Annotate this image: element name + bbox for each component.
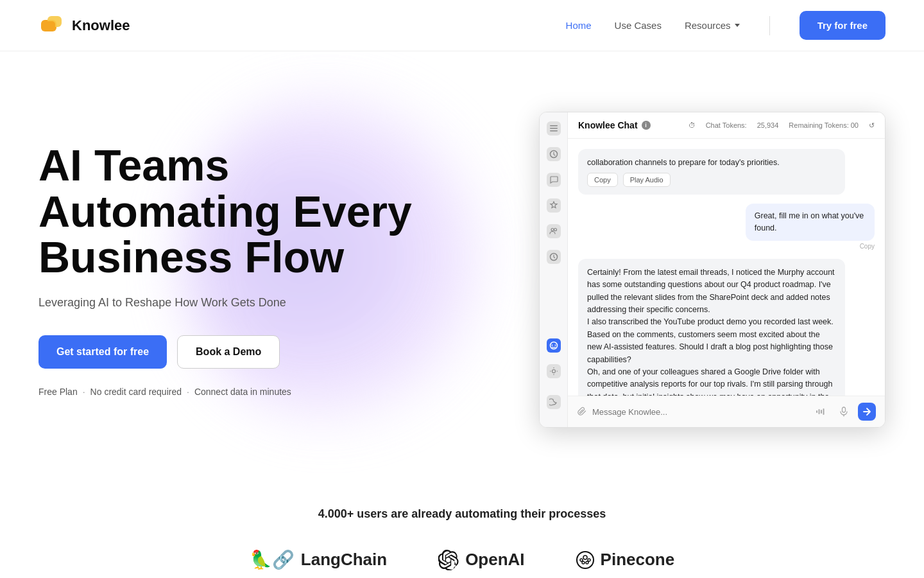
- try-free-button[interactable]: Try for free: [800, 11, 886, 40]
- svg-point-11: [551, 345, 552, 346]
- clock-icon: [549, 150, 558, 159]
- hero-tags: Free Plan · No credit card required · Co…: [38, 387, 462, 397]
- chat-input-icons: [812, 403, 876, 421]
- nav-use-cases[interactable]: Use Cases: [615, 20, 662, 31]
- menu-icon: [549, 124, 558, 133]
- svg-rect-5: [550, 130, 558, 132]
- pinecone-name: Pinecone: [601, 550, 675, 570]
- chat-main: Knowlee Chat i ⏱ Chat Tokens: 25,934 Rem…: [568, 112, 885, 427]
- chat-layout: Knowlee Chat i ⏱ Chat Tokens: 25,934 Rem…: [540, 112, 885, 427]
- sidebar-icon-sun[interactable]: [547, 364, 561, 378]
- langchain-logo: 🦜🔗 LangChain: [250, 549, 387, 570]
- chevron-down-icon: [735, 24, 740, 27]
- sidebar-icon-menu[interactable]: [547, 121, 561, 136]
- svg-rect-21: [823, 408, 825, 415]
- svg-point-25: [583, 556, 587, 559]
- book-demo-button[interactable]: Book a Demo: [177, 335, 280, 369]
- copy-button-1[interactable]: Copy: [587, 173, 618, 187]
- logos-row: 🦜🔗 LangChain OpenAI Pinecone: [38, 549, 886, 570]
- chat-sidebar: [540, 112, 568, 427]
- sun-icon: [549, 367, 558, 376]
- sidebar-icon-bot[interactable]: [547, 338, 561, 353]
- svg-point-8: [554, 229, 556, 231]
- chat-input[interactable]: [592, 407, 807, 417]
- bot-message-2: Certainly! From the latest email threads…: [578, 259, 845, 396]
- bot-msg-1-actions: Copy Play Audio: [587, 173, 836, 187]
- svg-rect-20: [821, 410, 822, 414]
- send-icon: [862, 407, 871, 416]
- svg-rect-18: [816, 410, 817, 413]
- chat-title: Knowlee Chat: [578, 120, 638, 130]
- svg-point-13: [552, 370, 555, 373]
- social-proof-title: 4.000+ users are already automating thei…: [38, 507, 886, 521]
- dot1: ·: [83, 387, 85, 397]
- chat-body: collaboration channels to prepare for to…: [568, 139, 885, 396]
- play-audio-button-1[interactable]: Play Audio: [623, 173, 671, 187]
- tag-no-credit: No credit card required: [90, 387, 182, 397]
- svg-point-10: [550, 342, 557, 349]
- svg-rect-22: [843, 407, 846, 412]
- logo-link[interactable]: Knowlee: [38, 12, 130, 39]
- svg-point-7: [551, 229, 554, 231]
- attach-icon: [577, 407, 587, 417]
- svg-rect-4: [550, 128, 558, 129]
- sidebar-icon-moon[interactable]: [547, 395, 561, 409]
- pinecone-logo: Pinecone: [576, 550, 675, 570]
- dot2: ·: [187, 387, 189, 397]
- svg-point-29: [586, 561, 588, 564]
- nav-resources-dropdown[interactable]: Resources: [685, 20, 740, 31]
- chat-header: Knowlee Chat i ⏱ Chat Tokens: 25,934 Rem…: [568, 112, 885, 139]
- svg-point-24: [577, 552, 594, 568]
- chat-icon: [549, 175, 558, 184]
- star-icon: [549, 201, 558, 210]
- mic-icon: [839, 407, 849, 417]
- sidebar-icon-star[interactable]: [547, 198, 561, 213]
- logo-icon: [38, 12, 65, 39]
- chat-tokens-value: 25,934: [757, 121, 779, 129]
- chat-info-icon: i: [642, 121, 651, 130]
- social-proof-section: 4.000+ users are already automating thei…: [0, 475, 924, 578]
- langchain-emoji: 🦜🔗: [250, 549, 295, 570]
- waveform-button[interactable]: [812, 403, 830, 421]
- tag-connect-data: Connect data in minutes: [194, 387, 291, 397]
- openai-name: OpenAI: [465, 550, 524, 570]
- tokens-refresh-icon: ↺: [869, 121, 875, 130]
- svg-point-26: [580, 559, 583, 561]
- moon-icon: [549, 398, 558, 407]
- tokens-icon: ⏱: [689, 121, 696, 129]
- mic-button[interactable]: [835, 403, 853, 421]
- user-msg-1-text: Great, fill me in on what you've found.: [755, 211, 864, 232]
- sidebar-icon-users[interactable]: [547, 224, 561, 238]
- bot-message-1: collaboration channels to prepare for to…: [578, 149, 845, 195]
- chat-title-area: Knowlee Chat i: [578, 120, 651, 130]
- openai-logo: OpenAI: [438, 550, 524, 570]
- sidebar-icon-chat[interactable]: [547, 173, 561, 187]
- chat-tokens-area: ⏱ Chat Tokens: 25,934 Remaining Tokens: …: [689, 121, 875, 130]
- nav-links: Home Use Cases Resources Try for free: [566, 11, 886, 40]
- logo-text: Knowlee: [72, 17, 130, 34]
- clock2-icon: [549, 252, 558, 261]
- chat-window: Knowlee Chat i ⏱ Chat Tokens: 25,934 Rem…: [539, 112, 886, 428]
- svg-rect-3: [550, 125, 558, 127]
- openai-icon: [438, 550, 459, 570]
- hero-subtitle: Leveraging AI to Reshape How Work Gets D…: [38, 296, 462, 310]
- langchain-name: LangChain: [301, 550, 387, 570]
- send-button[interactable]: [858, 403, 876, 421]
- nav-resources-label: Resources: [685, 20, 731, 31]
- get-started-button[interactable]: Get started for free: [38, 335, 167, 369]
- remaining-tokens-label: Remaining Tokens: 00: [789, 121, 859, 129]
- sidebar-icon-clock2[interactable]: [547, 250, 561, 264]
- nav-home[interactable]: Home: [566, 20, 592, 31]
- users-icon: [549, 227, 558, 236]
- user-msg-1-copy[interactable]: Copy: [860, 243, 875, 250]
- hero-section: AI Teams Automating Every Business Flow …: [0, 51, 924, 475]
- hero-title: AI Teams Automating Every Business Flow: [38, 143, 462, 280]
- navbar: Knowlee Home Use Cases Resources Try for…: [0, 0, 924, 51]
- chat-input-area: [568, 396, 885, 427]
- sidebar-icon-clock[interactable]: [547, 147, 561, 161]
- svg-rect-2: [42, 21, 55, 30]
- user-message-1: Great, fill me in on what you've found.: [746, 204, 875, 241]
- svg-point-12: [554, 345, 556, 346]
- svg-point-27: [588, 559, 590, 561]
- bot-msg-1-text: collaboration channels to prepare for to…: [587, 158, 780, 167]
